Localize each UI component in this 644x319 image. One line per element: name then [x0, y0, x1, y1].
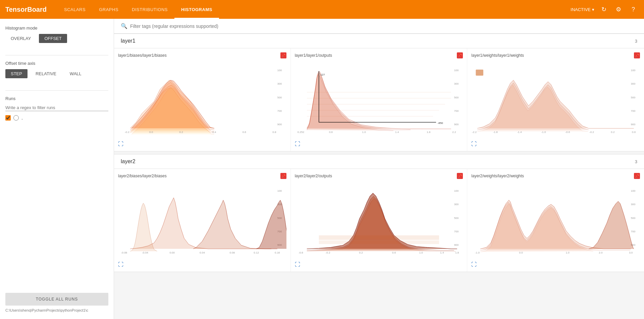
layer1-count: 3: [635, 39, 637, 44]
chart-layer1-weights-expand[interactable]: ⛶: [471, 141, 477, 147]
chart-layer2-biases-header: layer2/biases/layer2/biases 📌: [118, 173, 286, 179]
svg-text:300: 300: [631, 82, 636, 85]
svg-text:1.0: 1.0: [419, 251, 423, 254]
layer1-section: layer1 3 layer1/biases/layer1/biases 📌 1…: [114, 34, 644, 151]
chart-layer2-weights-header: layer2/weights/layer2/weights 📌: [471, 173, 640, 179]
chart-layer2-biases-pin[interactable]: 📌: [280, 173, 286, 179]
wall-axis-button[interactable]: WALL: [64, 69, 87, 78]
refresh-button[interactable]: ↻: [598, 4, 609, 15]
svg-text:500: 500: [454, 217, 459, 220]
brand-logo: TensorBoard: [5, 6, 47, 13]
chart-layer1-outputs-svg: 100 300 500 700 900: [295, 61, 463, 138]
svg-text:0.2: 0.2: [359, 251, 363, 254]
overlay-mode-button[interactable]: OVERLAY: [5, 34, 36, 43]
svg-text:2.2: 2.2: [452, 131, 456, 134]
chart-layer2-weights-area: 100 300 500 700 900: [471, 182, 640, 259]
svg-text:0.4: 0.4: [212, 131, 216, 134]
svg-text:300: 300: [454, 203, 459, 206]
svg-text:0.00: 0.00: [169, 251, 175, 254]
svg-text:-1.0: -1.0: [541, 131, 546, 134]
svg-text:-1.0: -1.0: [475, 251, 480, 254]
chart-layer2-outputs-expand[interactable]: ⛶: [295, 262, 300, 267]
run-checkbox[interactable]: [5, 115, 11, 121]
help-button[interactable]: ?: [628, 4, 639, 15]
chart-layer1-biases-expand[interactable]: ⛶: [118, 141, 123, 147]
svg-text:500: 500: [454, 96, 459, 99]
svg-text:0.6: 0.6: [392, 251, 396, 254]
svg-text:1.8: 1.8: [455, 251, 459, 254]
chart-layer2-biases-expand[interactable]: ⛶: [118, 262, 123, 267]
svg-text:700: 700: [631, 230, 636, 233]
chart-layer1-outputs-header: layer1/layer1/outputs 📌: [295, 52, 463, 58]
chart-layer2-weights-expand[interactable]: ⛶: [471, 262, 477, 267]
svg-text:0.08: 0.08: [230, 251, 235, 254]
svg-text:100: 100: [454, 69, 459, 72]
offset-mode-button[interactable]: OFFSET: [39, 34, 67, 43]
svg-text:0.6: 0.6: [243, 131, 247, 134]
svg-text:1.0: 1.0: [362, 131, 366, 134]
status-dropdown[interactable]: INACTIVE ▾: [571, 7, 594, 12]
chart-layer2-weights-pin[interactable]: 📌: [634, 173, 640, 179]
svg-text:0.04: 0.04: [200, 251, 205, 254]
settings-button[interactable]: ⚙: [613, 4, 624, 15]
svg-text:0.2: 0.2: [611, 131, 615, 134]
svg-text:300: 300: [454, 82, 459, 85]
chart-layer1-outputs-title: layer1/layer1/outputs: [295, 53, 332, 58]
nav-links: SCALARS GRAPHS DISTRIBUTIONS HISTOGRAMS: [57, 0, 571, 19]
runs-filter-input[interactable]: [5, 104, 108, 111]
nav-scalars[interactable]: SCALARS: [57, 0, 92, 19]
chart-layer1-weights-pin[interactable]: 📌: [634, 52, 640, 58]
svg-text:900: 900: [277, 123, 282, 126]
svg-rect-36: [476, 70, 483, 76]
svg-text:0.6: 0.6: [329, 131, 333, 134]
svg-text:-0.2: -0.2: [125, 131, 129, 134]
tag-filter-input[interactable]: [130, 24, 637, 29]
chart-layer1-weights-title: layer1/weights/layer1/weights: [471, 53, 524, 58]
svg-text:0.12: 0.12: [254, 251, 259, 254]
layer2-count: 3: [635, 159, 637, 164]
run-radio[interactable]: [13, 115, 19, 121]
svg-text:900: 900: [631, 123, 636, 126]
chart-layer1-outputs-pin[interactable]: 📌: [457, 52, 463, 58]
toggle-all-runs-button[interactable]: TOGGLE ALL RUNS: [5, 293, 108, 306]
chart-layer1-outputs-expand[interactable]: ⛶: [295, 141, 300, 147]
nav-histograms[interactable]: HISTOGRAMS: [174, 0, 219, 19]
chart-layer2-biases-title: layer2/biases/layer2/biases: [118, 174, 167, 178]
chart-layer1-biases-pin[interactable]: 📌: [280, 52, 286, 58]
nav-graphs[interactable]: GRAPHS: [92, 0, 125, 19]
svg-text:1.4: 1.4: [395, 131, 399, 134]
svg-text:0.0: 0.0: [519, 251, 523, 254]
chevron-down-icon: ▾: [592, 7, 594, 12]
svg-text:0.16: 0.16: [275, 251, 280, 254]
chart-layer1-outputs-area: 100 300 500 700 900: [295, 61, 463, 138]
divider-2: [5, 90, 108, 91]
chart-layer2-biases-area: 100 300 500 700 900: [118, 182, 286, 259]
svg-text:-850: -850: [437, 122, 443, 125]
sidebar: Histogram mode OVERLAY OFFSET Offset tim…: [0, 19, 114, 319]
svg-text:700: 700: [454, 230, 459, 233]
svg-text:-1.4: -1.4: [517, 131, 522, 134]
svg-text:3.0: 3.0: [629, 251, 633, 254]
step-axis-button[interactable]: STEP: [5, 69, 28, 78]
main-content: 🔍 layer1 3 layer1/biases/layer1/biases 📌: [114, 19, 644, 319]
runs-label: Runs: [5, 96, 108, 101]
svg-text:100: 100: [631, 189, 636, 192]
chart-layer1-biases-area: 100 300 500 700 900: [118, 61, 286, 138]
svg-text:0.6: 0.6: [632, 131, 636, 134]
chart-layer2-outputs-pin[interactable]: 📌: [457, 173, 463, 179]
chart-layer2-outputs: layer2/layer2/outputs 📌 100 300 500 700 …: [291, 169, 468, 272]
svg-text:100: 100: [277, 69, 282, 72]
nav-distributions[interactable]: DISTRIBUTIONS: [125, 0, 174, 19]
chart-layer1-weights-header: layer1/weights/layer1/weights 📌: [471, 52, 640, 58]
relative-axis-button[interactable]: RELATIVE: [30, 69, 62, 78]
svg-text:500: 500: [631, 217, 636, 220]
topnav-right: INACTIVE ▾ ↻ ⚙ ?: [571, 4, 639, 15]
svg-text:100: 100: [277, 189, 282, 192]
mode-buttons-group: OVERLAY OFFSET: [5, 34, 108, 43]
search-bar: 🔍: [114, 19, 644, 34]
chart-layer1-weights: layer1/weights/layer1/weights 📌 100 300 …: [467, 48, 644, 151]
svg-text:0.252: 0.252: [298, 131, 305, 134]
svg-text:100: 100: [454, 189, 459, 192]
layer2-charts-grid: layer2/biases/layer2/biases 📌 100 300 50…: [114, 169, 644, 272]
svg-text:700: 700: [277, 109, 282, 112]
